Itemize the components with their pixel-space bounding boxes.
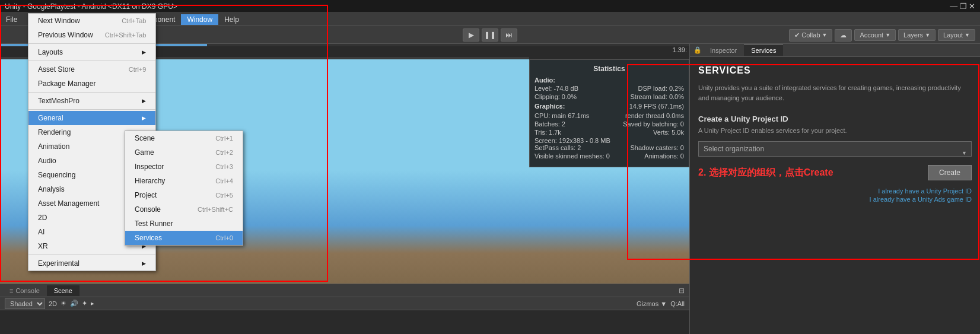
shading-select[interactable]: Shaded: [5, 298, 45, 309]
graphics-title: Graphics:: [534, 103, 565, 110]
tab-console[interactable]: ≡ Console: [2, 285, 47, 296]
inspector-label: Inspector: [135, 163, 164, 171]
menu-file[interactable]: File: [0, 14, 23, 25]
submenu-hierarchy[interactable]: Hierarchy Ctrl+4: [125, 174, 243, 188]
tab-inspector[interactable]: Inspector: [703, 45, 744, 56]
tab-services[interactable]: Services: [744, 44, 783, 56]
submenu-services[interactable]: Services Ctrl+0: [125, 231, 243, 245]
right-toolbar: ✔ Collab ▼ ☁ Account ▼ Layers ▼ Layout ▼: [789, 26, 980, 44]
menu-package-manager[interactable]: Package Manager: [28, 77, 155, 91]
console-label2: Console: [135, 205, 161, 214]
menu-asset-store[interactable]: Asset Store Ctrl+9: [28, 62, 155, 77]
gfx-saved: Saved by batching: 0: [623, 120, 684, 128]
menu-general[interactable]: General: [28, 111, 155, 125]
audio-title: Audio:: [534, 77, 684, 84]
already-have-links: I already have a Unity Project ID I alre…: [698, 187, 972, 203]
audio-btn[interactable]: 🔊: [70, 300, 78, 307]
menu-experimental[interactable]: Experimental: [28, 256, 155, 271]
collab-icon: ✔: [794, 31, 800, 39]
already-have-project-unity[interactable]: I already have a Unity Project ID: [698, 187, 972, 195]
more-btn[interactable]: ▸: [91, 300, 94, 307]
right-panel: 🔒 Inspector Services SERVICES Unity prov…: [689, 44, 980, 334]
minimize-btn[interactable]: —: [950, 2, 957, 11]
sequencing-label: Sequencing: [38, 171, 75, 179]
collab-arrow: ▼: [822, 32, 828, 38]
scene-shortcut: Ctrl+1: [215, 135, 233, 142]
layout-button[interactable]: Layout ▼: [938, 29, 975, 41]
bottom-panel-toggle[interactable]: ⊟: [679, 287, 689, 295]
separator-2: [28, 61, 155, 61]
close-btn[interactable]: ✕: [969, 2, 975, 11]
project-shortcut: Ctrl+5: [215, 192, 233, 199]
step-button[interactable]: ⏭: [501, 28, 517, 42]
org-select[interactable]: Select organization: [698, 141, 972, 157]
submenu-inspector[interactable]: Inspector Ctrl+3: [125, 160, 243, 174]
account-button[interactable]: Account ▼: [854, 29, 896, 41]
annotation-2: 2. 选择对应的组织，点击Create: [698, 167, 833, 179]
submenu-project[interactable]: Project Ctrl+5: [125, 188, 243, 202]
layers-arrow: ▼: [925, 32, 930, 38]
stats-gfx-setpass: SetPass calls: 2 Shadow casters: 0: [534, 144, 684, 151]
menu-next-window[interactable]: Next Window Ctrl+Tab: [28, 14, 155, 28]
console-shortcut: Ctrl+Shift+C: [198, 206, 233, 213]
experimental-label: Experimental: [38, 259, 79, 268]
submenu-scene[interactable]: Scene Ctrl+1: [125, 131, 243, 145]
textmeshpro-label: TextMeshPro: [38, 97, 79, 105]
collab-button[interactable]: ✔ Collab ▼: [789, 29, 832, 42]
layers-label: Layers: [903, 31, 923, 39]
gfx-animations: Animations: 0: [644, 152, 684, 160]
menu-textmeshpro[interactable]: TextMeshPro: [28, 94, 155, 108]
play-button[interactable]: ▶: [463, 28, 479, 42]
stats-gfx-cpu: CPU: main 67.1ms render thread 0.0ms: [534, 112, 684, 119]
gfx-batches: Batches: 2: [534, 120, 565, 128]
prev-window-label: Previous Window: [38, 31, 93, 39]
graphics-fps: 14.9 FPS (67.1ms): [629, 103, 684, 111]
gfx-shadow: Shadow casters: 0: [631, 144, 685, 151]
menu-window[interactable]: Window: [181, 14, 218, 25]
package-manager-label: Package Manager: [38, 79, 96, 88]
tab-scene[interactable]: Scene: [47, 285, 79, 296]
cloud-icon: ☁: [840, 31, 847, 39]
gfx-cpu: CPU: main 67.1ms: [534, 112, 589, 119]
audio-level: Level: -74.8 dB: [534, 85, 578, 92]
services-title: SERVICES: [698, 65, 972, 76]
pause-button[interactable]: ❚❚: [482, 28, 498, 42]
search-scene[interactable]: Q:All: [670, 300, 685, 307]
play-controls: ▶ ❚❚ ⏭: [463, 28, 517, 42]
gfx-tris: Tris: 1.7k: [534, 129, 561, 136]
org-select-wrapper: Select organization: [698, 141, 972, 165]
2d-btn[interactable]: 2D: [49, 300, 57, 307]
lighting-btn[interactable]: ☀: [61, 300, 66, 307]
inspector-lock-icon[interactable]: 🔒: [692, 45, 703, 55]
bottom-panel: ≡ Console Scene ⊟ Shaded 2D ☀ 🔊 ✦ ▸ Gizm…: [0, 284, 689, 334]
separator-1: [28, 43, 155, 44]
menu-layouts[interactable]: Layouts: [28, 45, 155, 59]
cloud-button[interactable]: ☁: [835, 29, 852, 42]
next-window-label: Next Window: [38, 17, 80, 25]
2d-label: 2D: [38, 214, 47, 222]
stats-title: Statistics: [534, 65, 684, 73]
stats-audio-row-2: Clipping: 0.0% Stream load: 0.0%: [534, 93, 684, 100]
title-bar: Unity - GooglePlaytest - Android <DX11 o…: [0, 0, 980, 13]
create-button[interactable]: Create: [928, 165, 972, 180]
layers-button[interactable]: Layers ▼: [898, 29, 936, 41]
project-id-title: Create a Unity Project ID: [698, 114, 972, 123]
menu-help[interactable]: Help: [218, 14, 245, 25]
gizmos-dropdown[interactable]: Gizmos ▼: [637, 300, 667, 307]
collab-label: Collab: [801, 31, 820, 39]
effects-btn[interactable]: ✦: [82, 300, 87, 307]
already-have-ads[interactable]: I already have a Unity Ads game ID: [698, 196, 972, 203]
gfx-visible: Visible skinned meshes: 0: [534, 152, 610, 160]
menu-prev-window[interactable]: Previous Window Ctrl+Shift+Tab: [28, 28, 155, 42]
game-label: Game: [135, 148, 154, 157]
maximize-btn[interactable]: ❐: [960, 2, 967, 11]
bottom-tabs: ≡ Console Scene ⊟: [0, 284, 689, 297]
title-controls[interactable]: — ❐ ✕: [950, 2, 975, 11]
stats-gfx-row-title: Graphics: 14.9 FPS (67.1ms): [534, 103, 684, 111]
inspector-shortcut: Ctrl+3: [215, 163, 233, 170]
submenu-game[interactable]: Game Ctrl+2: [125, 145, 243, 160]
submenu-test-runner[interactable]: Test Runner: [125, 217, 243, 231]
stats-gfx-tris: Tris: 1.7k Verts: 5.0k: [534, 129, 684, 136]
graphics-section: Graphics: 14.9 FPS (67.1ms) CPU: main 67…: [534, 103, 684, 160]
submenu-console[interactable]: Console Ctrl+Shift+C: [125, 202, 243, 217]
